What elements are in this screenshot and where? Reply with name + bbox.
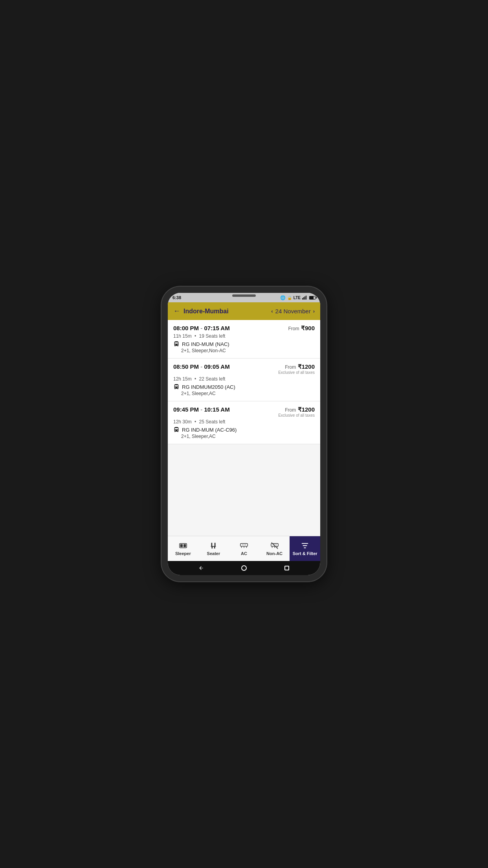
nav-seater-label: Seater <box>207 551 220 556</box>
svg-point-5 <box>244 544 244 545</box>
bus-meta-1: 12h 15m • 22 Seats left <box>173 376 315 382</box>
svg-rect-2 <box>183 544 186 547</box>
bus-price-1: From ₹1200 Exclusive of all taxes <box>278 363 315 375</box>
android-back-icon <box>198 565 204 571</box>
android-home-icon <box>241 565 247 571</box>
svg-rect-1 <box>180 544 182 547</box>
android-recents-button[interactable] <box>283 564 291 572</box>
bus-time-0: 08:00 PM - 07:15 AM <box>173 325 230 331</box>
phone-frame: 6:38 🌐 🔒 LTE ← Indore-Mumbai <box>161 287 327 581</box>
header-title: Indore-Mumbai <box>183 308 229 315</box>
bus-price-2: From ₹1200 Exclusive of all taxes <box>278 406 315 417</box>
bus-list: 08:00 PM - 07:15 AM From ₹900 11h 15m • … <box>168 320 320 536</box>
header: ← Indore-Mumbai ‹ 24 November › <box>168 302 320 320</box>
nav-seater[interactable]: Seater <box>198 536 229 561</box>
bus-item-2[interactable]: 09:45 PM - 10:15 AM From ₹1200 Exclusive… <box>168 401 320 444</box>
bus-name-2: RG IND-MUM (AC-C96) <box>182 427 237 433</box>
nav-sort-filter[interactable]: Sort & Filter <box>290 536 320 561</box>
next-date-button[interactable]: › <box>313 308 315 314</box>
status-bar: 6:38 🌐 🔒 LTE <box>168 293 320 302</box>
svg-point-6 <box>245 544 246 545</box>
bus-type-2: 2+1, Sleeper,AC <box>181 434 315 439</box>
phone-screen: 6:38 🌐 🔒 LTE ← Indore-Mumbai <box>168 293 320 575</box>
bus-item-0[interactable]: 08:00 PM - 07:15 AM From ₹900 11h 15m • … <box>168 320 320 359</box>
header-left: ← Indore-Mumbai <box>173 307 229 315</box>
bus-name-0: RG IND-MUM (NAC) <box>182 341 229 347</box>
bus-icon-0 <box>173 341 180 347</box>
header-date-nav: ‹ 24 November › <box>271 308 315 314</box>
status-icons: 🌐 🔒 LTE <box>280 295 316 300</box>
android-nav-bar <box>168 561 320 575</box>
back-button[interactable]: ← <box>173 307 180 315</box>
nav-sleeper[interactable]: Sleeper <box>168 536 198 561</box>
signal-icon <box>302 296 308 300</box>
network-label: LTE <box>294 296 301 300</box>
sleeper-icon <box>179 541 187 550</box>
status-time: 6:38 <box>172 295 181 300</box>
bus-meta-0: 11h 15m • 19 Seats left <box>173 333 315 339</box>
android-home-button[interactable] <box>240 564 248 572</box>
header-date: 24 November <box>275 308 311 314</box>
svg-point-4 <box>242 544 243 545</box>
nav-nonac-label: Non-AC <box>266 551 283 556</box>
nonac-icon <box>270 541 279 550</box>
bus-time-1: 08:50 PM - 09:05 AM <box>173 363 230 370</box>
android-recents-icon <box>284 566 289 570</box>
sort-filter-icon <box>301 541 309 550</box>
bus-name-row-1: RG INDMUM2050 (AC) <box>173 384 315 390</box>
globe-icon: 🌐 <box>280 295 286 300</box>
bus-icon-1 <box>173 384 180 390</box>
bus-name-1: RG INDMUM2050 (AC) <box>182 384 235 390</box>
ac-icon <box>240 541 248 550</box>
bus-icon-2 <box>173 427 180 433</box>
android-back-button[interactable] <box>197 564 205 572</box>
bus-meta-2: 12h 30m • 25 Seats left <box>173 419 315 425</box>
nav-ac[interactable]: AC <box>229 536 259 561</box>
seater-icon <box>209 541 218 550</box>
bus-name-row-2: RG IND-MUM (AC-C96) <box>173 427 315 433</box>
bus-time-2: 09:45 PM - 10:15 AM <box>173 406 230 413</box>
lock-icon: 🔒 <box>287 296 292 300</box>
nav-ac-label: AC <box>241 551 247 556</box>
bus-tax-2: Exclusive of all taxes <box>278 413 315 417</box>
nav-sleeper-label: Sleeper <box>175 551 191 556</box>
bus-item-1[interactable]: 08:50 PM - 09:05 AM From ₹1200 Exclusive… <box>168 359 320 401</box>
bus-name-row-0: RG IND-MUM (NAC) <box>173 341 315 347</box>
bus-type-1: 2+1, Sleeper,AC <box>181 391 315 396</box>
bus-tax-1: Exclusive of all taxes <box>278 370 315 375</box>
bus-price-0: From ₹900 <box>288 325 315 332</box>
battery-icon <box>309 296 316 300</box>
prev-date-button[interactable]: ‹ <box>271 308 273 314</box>
nav-nonac[interactable]: Non-AC <box>259 536 290 561</box>
nav-sort-filter-label: Sort & Filter <box>293 551 317 556</box>
bottom-nav: Sleeper Seater AC <box>168 536 320 561</box>
bus-type-0: 2+1, Sleeper,Non-AC <box>181 348 315 353</box>
svg-point-10 <box>275 544 276 545</box>
